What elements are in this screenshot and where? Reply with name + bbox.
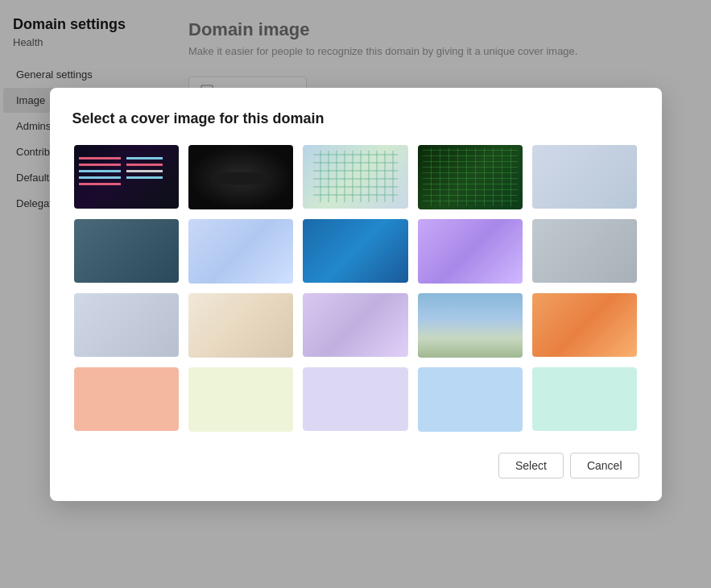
image-preview-tablet-app: [303, 219, 407, 284]
image-cell-3[interactable]: [301, 143, 409, 211]
image-cell-17[interactable]: [187, 366, 295, 433]
image-preview-glass-cubes: [188, 219, 293, 284]
image-preview-stacked-books: [74, 293, 179, 358]
image-cell-8[interactable]: [301, 217, 409, 285]
modal-footer: Select Cancel: [72, 453, 639, 478]
image-cell-10[interactable]: [531, 217, 639, 285]
modal-overlay: Select a cover image for this domain: [0, 0, 711, 588]
image-preview-orange-device: [532, 293, 637, 358]
swatch-mint: [532, 367, 637, 432]
modal-title: Select a cover image for this domain: [72, 110, 639, 127]
image-cell-9[interactable]: [416, 217, 524, 285]
image-preview-workspace: [188, 293, 293, 358]
cancel-button[interactable]: Cancel: [570, 453, 639, 478]
image-cell-11[interactable]: [72, 292, 180, 359]
image-preview-office-gray: [532, 219, 637, 284]
image-preview-laptop-purple: [303, 293, 407, 358]
image-cell-7[interactable]: [187, 217, 295, 285]
image-cell-15[interactable]: [531, 292, 639, 359]
image-cell-12[interactable]: [187, 292, 295, 359]
image-preview-purple-waves: [418, 219, 523, 284]
image-cell-4[interactable]: [416, 143, 524, 211]
image-preview-circuit: [303, 145, 407, 209]
image-cell-16[interactable]: [72, 366, 180, 433]
image-cell-19[interactable]: [416, 366, 524, 433]
image-grid: [72, 143, 639, 433]
image-cell-2[interactable]: [187, 143, 295, 211]
swatch-cream: [188, 367, 293, 432]
image-cell-18[interactable]: [301, 366, 409, 433]
image-cell-20[interactable]: [531, 366, 639, 433]
image-cell-6[interactable]: [72, 217, 180, 285]
image-cell-14[interactable]: [416, 292, 524, 359]
swatch-light-blue: [418, 367, 523, 432]
image-preview-spreadsheet: [418, 145, 523, 209]
image-preview-boxes-gray: [74, 219, 179, 284]
image-cell-1[interactable]: [72, 143, 180, 211]
image-preview-landscape: [418, 293, 523, 358]
image-preview-dark-car: [188, 145, 293, 209]
select-button[interactable]: Select: [498, 453, 564, 478]
image-cell-5[interactable]: [531, 143, 639, 211]
image-cell-13[interactable]: [301, 292, 409, 359]
swatch-salmon: [74, 367, 179, 432]
image-preview-notebook: [532, 145, 637, 209]
swatch-lavender: [303, 367, 407, 432]
image-preview-code: [74, 145, 179, 209]
cover-image-modal: Select a cover image for this domain: [50, 88, 662, 501]
